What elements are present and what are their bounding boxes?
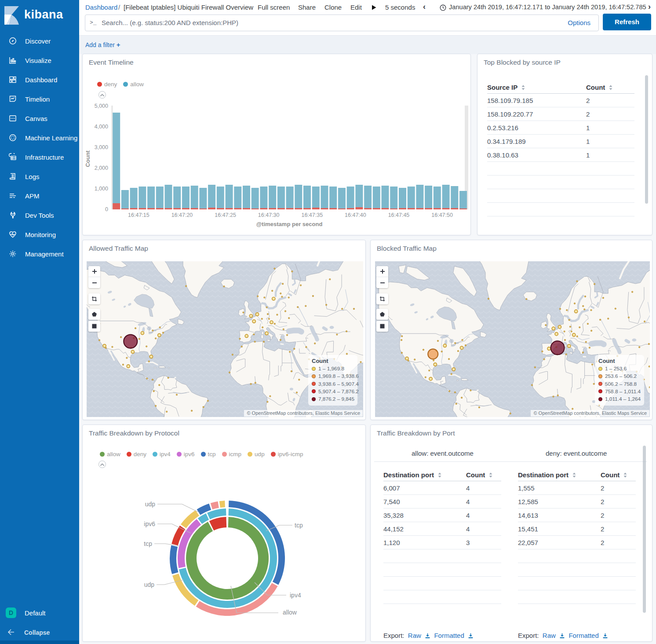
svg-text:ipv4: ipv4 [290,592,301,599]
svg-text:0: 0 [105,206,108,212]
svg-text:Count: Count [84,150,91,167]
svg-text:allow: allow [283,609,297,616]
svg-text:5,000: 5,000 [95,103,108,109]
svg-text:3,000: 3,000 [95,144,108,150]
svg-text:16:47:50: 16:47:50 [431,212,453,218]
svg-text:tcp: tcp [295,522,303,529]
svg-text:16:47:35: 16:47:35 [301,212,323,218]
svg-text:16:47:15: 16:47:15 [128,212,149,218]
svg-text:16:47:40: 16:47:40 [345,212,366,218]
svg-text:2,000: 2,000 [95,165,108,171]
svg-text:@timestamp per second: @timestamp per second [256,221,323,227]
svg-text:tcp: tcp [144,540,152,547]
svg-text:ipv6: ipv6 [144,520,155,527]
svg-text:16:47:20: 16:47:20 [171,212,193,218]
svg-text:4,000: 4,000 [95,124,108,130]
svg-text:16:47:25: 16:47:25 [215,212,236,218]
svg-text:16:47:45: 16:47:45 [388,212,410,218]
svg-text:udp: udp [145,501,156,508]
svg-text:16:47:30: 16:47:30 [258,212,280,218]
svg-text:1,000: 1,000 [95,186,108,192]
svg-text:udp: udp [144,581,155,588]
